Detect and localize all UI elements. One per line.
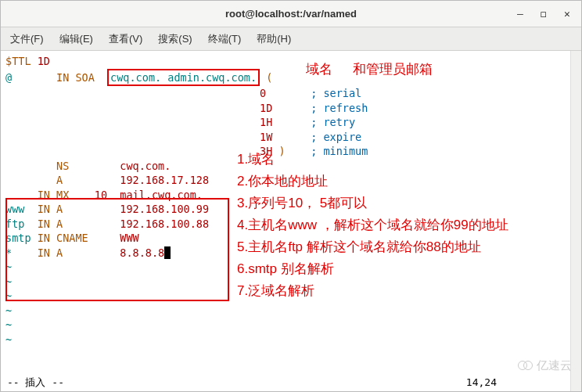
close-button[interactable]: ✕ (556, 4, 578, 24)
vim-position: 14,24 (466, 376, 497, 391)
vim-mode: -- 插入 -- (7, 376, 64, 391)
zone-record-row: NS cwq.com. (5, 159, 577, 174)
window-title: root@localhost:/var/named (225, 8, 357, 20)
zone-line-minimum: 3H ) ; minimum (5, 144, 577, 159)
annotation-7: 7.泛域名解析 (237, 284, 314, 299)
watermark-icon (518, 360, 534, 371)
zone-line-soa: @ IN SOA cwq.com. admin.cwq.com. ( (5, 69, 577, 87)
zone-line-expire: 1W ; expire (5, 130, 577, 145)
annotation-admin: 和管理员邮箱 (353, 63, 433, 77)
menu-search[interactable]: 搜索(S) (153, 29, 196, 49)
titlebar: root@localhost:/var/named — ◻ ✕ (1, 1, 581, 27)
zone-line-ttl: $TTL 1D (5, 54, 577, 69)
watermark: 亿速云 (518, 358, 572, 373)
menu-edit[interactable]: 编辑(E) (55, 29, 98, 49)
tilde-line: ~ (5, 304, 577, 318)
annotation-1: 1.域名 (237, 153, 275, 167)
zone-line-refresh: 1D ; refresh (5, 101, 577, 116)
scrollbar[interactable] (570, 51, 581, 391)
tilde-line: ~ (5, 333, 577, 347)
vim-statusbar: -- 插入 -- 14,24 (1, 376, 581, 391)
terminal-content[interactable]: $TTL 1D @ IN SOA cwq.com. admin.cwq.com.… (1, 51, 581, 391)
menu-help[interactable]: 帮助(H) (252, 29, 296, 49)
maximize-button[interactable]: ◻ (533, 4, 555, 24)
annotation-3: 3.序列号10， 5都可以 (237, 196, 367, 211)
window-controls: — ◻ ✕ (509, 1, 578, 27)
cursor (164, 246, 171, 259)
menu-view[interactable]: 查看(V) (104, 29, 147, 49)
menu-terminal[interactable]: 终端(T) (203, 29, 246, 49)
annotation-4: 4.主机名www ，解析这个域名就给你99的地址 (237, 218, 508, 233)
zone-line-serial: 0 ; serial (5, 86, 577, 101)
soa-highlight-box: cwq.com. admin.cwq.com. (107, 69, 260, 87)
zone-line-retry: 1H ; retry (5, 115, 577, 130)
tilde-line: ~ (5, 318, 577, 333)
watermark-text: 亿速云 (537, 358, 572, 373)
annotation-5: 5.主机名ftp 解析这个域名就给你88的地址 (237, 240, 481, 255)
annotation-domain: 域名 (306, 63, 332, 77)
menubar: 文件(F) 编辑(E) 查看(V) 搜索(S) 终端(T) 帮助(H) (1, 27, 581, 51)
minimize-button[interactable]: — (509, 4, 531, 24)
annotation-6: 6.smtp 别名解析 (237, 262, 334, 277)
menu-file[interactable]: 文件(F) (5, 29, 48, 49)
annotation-2: 2.你本地的地址 (237, 174, 328, 189)
